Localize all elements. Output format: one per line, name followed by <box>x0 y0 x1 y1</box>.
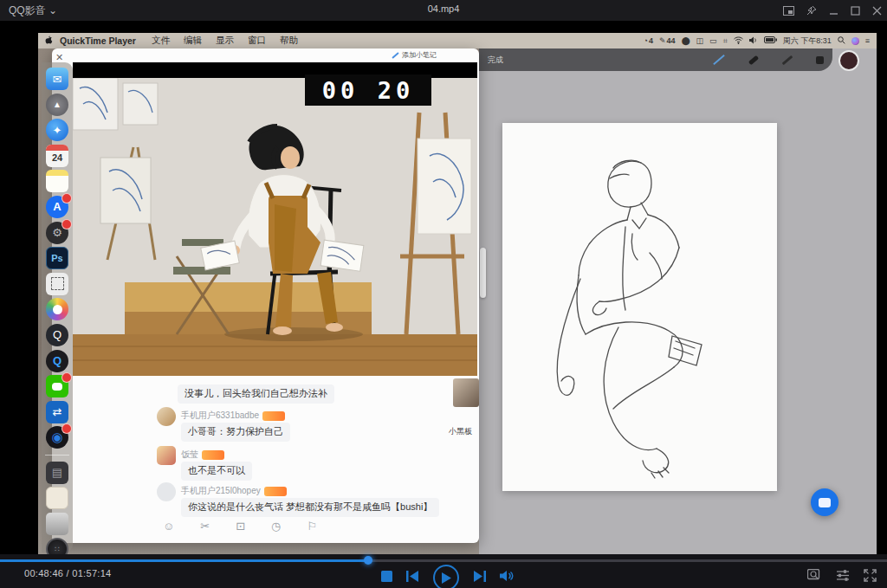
safari-icon[interactable]: ✦ <box>46 119 68 141</box>
launchpad-icon[interactable]: ▲ <box>46 94 68 116</box>
sketch-canvas[interactable] <box>502 123 777 491</box>
chat-message-bubble: 也不是不可以 <box>181 462 252 481</box>
maximize-button[interactable] <box>851 6 860 16</box>
status-display-icon[interactable]: ▭ <box>709 36 717 45</box>
photos-icon[interactable] <box>46 298 68 320</box>
menu-view[interactable]: 显示 <box>216 35 234 47</box>
close-button[interactable] <box>872 6 882 16</box>
status-input-icon[interactable]: ◫ <box>696 36 704 45</box>
spotlight-icon[interactable] <box>838 36 845 46</box>
calendar-icon[interactable]: 24 <box>46 145 68 167</box>
notes-icon[interactable] <box>46 170 68 192</box>
notification-badge <box>62 219 72 229</box>
minimize-button[interactable] <box>829 6 838 16</box>
screenshot-icon[interactable]: ✂ <box>200 520 210 533</box>
chat-toolbar: ☺ ✂ ⊡ ◷ ⚐ <box>163 520 317 533</box>
play-button[interactable] <box>433 565 459 588</box>
stop-button[interactable] <box>381 570 392 585</box>
trash-icon[interactable] <box>46 513 68 535</box>
markup-done-button[interactable]: 完成 <box>488 55 503 66</box>
wechat-icon[interactable] <box>46 375 68 397</box>
screenshot-app-icon[interactable] <box>46 273 68 295</box>
menubar-app-name: QuickTime Player <box>60 36 136 46</box>
mail-icon[interactable]: ✉ <box>46 68 68 90</box>
status-app-icon[interactable]: ◔4 <box>644 36 653 45</box>
player-right-tools <box>807 569 877 585</box>
notification-badge <box>62 193 72 204</box>
frame-capture-icon[interactable] <box>807 569 822 585</box>
status-ink-icon[interactable]: ⬤ <box>682 36 690 45</box>
menu-window[interactable]: 窗口 <box>248 35 266 47</box>
image-icon[interactable]: ⊡ <box>236 520 245 533</box>
mini-mode-icon[interactable] <box>783 6 794 16</box>
qq-browser-icon[interactable]: Q <box>46 350 68 372</box>
avatar[interactable] <box>157 407 176 426</box>
emoji-icon[interactable]: ☺ <box>163 520 174 533</box>
dock: ✉ ▲ ✦ 24 A ⚙ Ps Q Q ⇄ ◉ ▤ ∷ <box>42 62 73 552</box>
fan-badge <box>264 487 287 496</box>
markup-toolbar: 完成 <box>479 48 832 71</box>
notify-icon[interactable]: ⚐ <box>307 520 317 533</box>
control-center-icon[interactable]: ≡ <box>865 36 870 45</box>
note-tab[interactable]: 添加小笔记 <box>392 50 437 60</box>
teamviewer-icon[interactable]: ⇄ <box>46 401 68 423</box>
pose-timer: 00 20 <box>305 74 431 106</box>
panel-drag-handle[interactable] <box>480 248 486 298</box>
history-icon[interactable]: ◷ <box>271 520 281 533</box>
app-store-icon[interactable]: A <box>46 196 68 218</box>
system-utility-icon[interactable]: ⚙ <box>46 222 68 244</box>
chat-username: 手机用户6331badbe <box>181 410 285 422</box>
video-title: 04.mp4 <box>0 3 887 14</box>
menubar-clock[interactable]: 周六 下午8:31 <box>783 36 832 47</box>
fan-badge <box>202 450 224 460</box>
siri-icon[interactable] <box>851 37 859 45</box>
pin-icon[interactable] <box>806 5 817 16</box>
note-pen-icon <box>392 52 398 58</box>
color-swatch[interactable] <box>838 50 859 71</box>
pen-tool-icon[interactable] <box>713 55 725 65</box>
files-icon[interactable]: ▤ <box>46 462 68 484</box>
status-chat-icon[interactable]: ✎44 <box>659 36 676 45</box>
pose-reference-video[interactable] <box>73 62 477 376</box>
chat-bubble-icon <box>819 498 831 507</box>
seek-handle[interactable] <box>364 556 372 565</box>
board-label: 小黑板 <box>449 426 472 437</box>
menu-help[interactable]: 帮助 <box>280 35 298 47</box>
qq-player-window: 04.mp4 QQ影音 ⌄ QuickTime Player 文件 编辑 显示 … <box>0 0 887 588</box>
streamer-thumbnail[interactable] <box>453 378 479 407</box>
status-mirror-icon[interactable]: ⌗ <box>723 36 728 46</box>
time-display: 00:48:46 / 01:57:14 <box>24 568 112 578</box>
settings-icon[interactable] <box>836 569 850 585</box>
notification-badge <box>62 372 72 383</box>
photoshop-icon[interactable]: Ps <box>46 247 68 269</box>
menu-edit[interactable]: 编辑 <box>184 35 202 47</box>
chat-fab-button[interactable] <box>811 488 838 516</box>
studio-scene <box>73 78 477 376</box>
notification-badge <box>62 423 72 434</box>
menu-file[interactable]: 文件 <box>152 35 170 47</box>
player-titlebar: 04.mp4 QQ影音 ⌄ <box>0 0 887 21</box>
target-app-icon[interactable]: ◉ <box>46 426 68 449</box>
previous-button[interactable] <box>406 570 419 585</box>
next-button[interactable] <box>473 570 486 585</box>
dock-separator <box>45 455 69 456</box>
volume-status-icon[interactable] <box>749 36 758 46</box>
volume-button[interactable] <box>500 570 515 585</box>
battery-icon[interactable] <box>764 36 777 45</box>
chat-message-bubble: 你这说的是什么丧气话 梦想都没有那不是咸鱼吗【bushi】 <box>181 498 439 517</box>
avatar[interactable] <box>157 446 176 465</box>
qq-icon[interactable]: Q <box>46 324 68 346</box>
wifi-icon[interactable] <box>734 36 743 46</box>
avatar[interactable] <box>157 482 176 501</box>
app-menu-button[interactable]: QQ影音 ⌄ <box>9 3 57 18</box>
pencil-tool-icon[interactable] <box>782 55 793 64</box>
eraser-tool-icon[interactable] <box>816 56 824 64</box>
chat-message-bubble: 小哥哥：努力保护自己 <box>181 423 290 442</box>
apple-logo-icon <box>45 36 53 47</box>
marker-tool-icon[interactable] <box>748 55 759 65</box>
image-file-icon[interactable] <box>46 487 68 509</box>
playback-controls <box>381 565 515 588</box>
figure-sketch <box>502 123 777 491</box>
chat-username: 手机用户215l0hopey <box>181 485 287 497</box>
fullscreen-icon[interactable] <box>864 569 877 585</box>
